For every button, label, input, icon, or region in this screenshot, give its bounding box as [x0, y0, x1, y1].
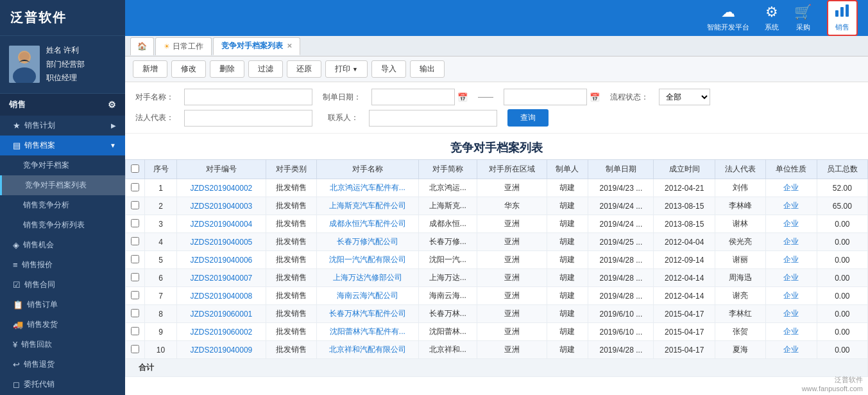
sidebar-item-sales-contract[interactable]: ☑ 销售合同: [0, 275, 125, 295]
sidebar-item-sales-compete-analysis[interactable]: 销售竞争分析: [0, 195, 125, 215]
row-name[interactable]: 成都永恒汽车配件公司: [317, 215, 419, 233]
row-checkbox[interactable]: [131, 201, 139, 209]
add-button[interactable]: 新增: [133, 60, 167, 78]
row-nature[interactable]: 企业: [766, 287, 817, 305]
select-all-col[interactable]: [126, 160, 145, 179]
row-code[interactable]: JZDS2019040004: [177, 215, 266, 233]
row-checkbox[interactable]: [131, 237, 139, 245]
row-checkbox[interactable]: [131, 219, 139, 227]
data-table-wrap[interactable]: 序号 对手编号 对手类别 对手名称 对手简称 对手所在区域 制单人 制单日期 成…: [125, 159, 868, 395]
table-row[interactable]: 10 JZDS2019040009 批发销售 北京祥和汽配有限公司 北京祥和..…: [126, 341, 868, 359]
sidebar-item-sales-archive[interactable]: ▤ 销售档案 ▼: [0, 136, 125, 155]
print-button[interactable]: 打印 ▼: [325, 60, 368, 78]
sidebar-item-sales-quote[interactable]: ≡ 销售报价: [0, 255, 125, 275]
row-nature[interactable]: 企业: [766, 215, 817, 233]
row-code[interactable]: JZDS2019060001: [177, 305, 266, 323]
row-check[interactable]: [126, 287, 145, 305]
table-row[interactable]: 1 JZDS2019040002 批发销售 北京鸿运汽车配件有... 北京鸿运.…: [126, 179, 868, 197]
restore-button[interactable]: 还原: [287, 60, 321, 78]
row-nature[interactable]: 企业: [766, 179, 817, 197]
row-checkbox[interactable]: [131, 255, 139, 263]
row-nature[interactable]: 企业: [766, 197, 817, 215]
date-from-input[interactable]: [371, 89, 455, 105]
export-button[interactable]: 输出: [410, 60, 445, 78]
table-row[interactable]: 3 JZDS2019040004 批发销售 成都永恒汽车配件公司 成都永恒...…: [126, 215, 868, 233]
sidebar-item-sales-order[interactable]: 📋 销售订单: [0, 295, 125, 315]
row-nature[interactable]: 企业: [766, 269, 817, 287]
row-checkbox[interactable]: [131, 345, 139, 353]
row-code[interactable]: JZDS2019040009: [177, 341, 266, 359]
table-row[interactable]: 8 JZDS2019060001 批发销售 长春万林汽车配件公司 长春万林...…: [126, 305, 868, 323]
row-check[interactable]: [126, 251, 145, 269]
date-to-input[interactable]: [504, 89, 587, 105]
row-name[interactable]: 北京祥和汽配有限公司: [317, 341, 419, 359]
row-code[interactable]: JZDS2019040007: [177, 269, 266, 287]
row-name[interactable]: 沈阳一汽汽配有限公司: [317, 251, 419, 269]
row-code[interactable]: JZDS2019040002: [177, 179, 266, 197]
row-check[interactable]: [126, 341, 145, 359]
sidebar-item-consignment[interactable]: ◻ 委托代销: [0, 374, 125, 394]
row-code[interactable]: JZDS2019040005: [177, 233, 266, 251]
row-code[interactable]: JZDS2019040003: [177, 197, 266, 215]
row-checkbox[interactable]: [131, 309, 139, 317]
row-check[interactable]: [126, 179, 145, 197]
row-name[interactable]: 北京鸿运汽车配件有...: [317, 179, 419, 197]
select-all-checkbox[interactable]: [131, 164, 139, 173]
topbar-ai-platform[interactable]: ☁ 智能开发平台: [707, 4, 749, 32]
row-check[interactable]: [126, 233, 145, 251]
row-name[interactable]: 长春万林汽车配件公司: [317, 305, 419, 323]
row-name[interactable]: 沈阳蕾林汽车配件有...: [317, 323, 419, 341]
row-checkbox[interactable]: [131, 291, 139, 299]
table-row[interactable]: 7 JZDS2019040008 批发销售 海南云海汽配公司 海南云海... 亚…: [126, 287, 868, 305]
row-nature[interactable]: 企业: [766, 233, 817, 251]
legal-input[interactable]: [184, 110, 312, 127]
sidebar-item-sales-plan[interactable]: ★ 销售计划 ▶: [0, 116, 125, 136]
gear-icon[interactable]: ⚙: [108, 100, 116, 110]
row-checkbox[interactable]: [131, 183, 139, 191]
row-check[interactable]: [126, 215, 145, 233]
table-row[interactable]: 2 JZDS2019040003 批发销售 上海斯克汽车配件公司 上海斯克...…: [126, 197, 868, 215]
contact-input[interactable]: [369, 110, 497, 127]
row-name[interactable]: 上海万达汽修部公司: [317, 269, 419, 287]
tab-competitor-list[interactable]: 竞争对手档案列表 ✕: [213, 37, 300, 55]
topbar-sales[interactable]: 销售: [827, 0, 858, 36]
row-name[interactable]: 长春万修汽配公司: [317, 233, 419, 251]
sidebar-item-sales-return-funds[interactable]: ¥ 销售回款: [0, 335, 125, 355]
row-check[interactable]: [126, 323, 145, 341]
row-nature[interactable]: 企业: [766, 323, 817, 341]
row-nature[interactable]: 企业: [766, 251, 817, 269]
sidebar-item-sales-delivery[interactable]: 🚚 销售发货: [0, 315, 125, 335]
row-check[interactable]: [126, 305, 145, 323]
edit-button[interactable]: 修改: [171, 60, 206, 78]
close-icon[interactable]: ✕: [287, 42, 292, 49]
row-nature[interactable]: 企业: [766, 305, 817, 323]
sidebar-item-sales-compete-analysis-list[interactable]: 销售竞争分析列表: [0, 215, 125, 235]
delete-button[interactable]: 删除: [210, 60, 244, 78]
row-nature[interactable]: 企业: [766, 341, 817, 359]
row-name[interactable]: 上海斯克汽车配件公司: [317, 197, 419, 215]
topbar-purchase[interactable]: 🛒 采购: [794, 4, 812, 32]
row-check[interactable]: [126, 197, 145, 215]
row-checkbox[interactable]: [131, 273, 139, 281]
filter-button[interactable]: 过滤: [248, 60, 283, 78]
topbar-system[interactable]: ⚙ 系统: [765, 4, 779, 32]
row-code[interactable]: JZDS2019040006: [177, 251, 266, 269]
import-button[interactable]: 导入: [371, 60, 406, 78]
sidebar-item-competitor-list[interactable]: 竞争对手档案列表: [0, 175, 125, 195]
opponent-name-input[interactable]: [184, 89, 312, 105]
flow-status-select[interactable]: 全部 未提交 审批中 已审批: [659, 89, 710, 105]
table-row[interactable]: 4 JZDS2019040005 批发销售 长春万修汽配公司 长春万修... 亚…: [126, 233, 868, 251]
table-row[interactable]: 5 JZDS2019040006 批发销售 沈阳一汽汽配有限公司 沈阳一汽...…: [126, 251, 868, 269]
row-checkbox[interactable]: [131, 327, 139, 335]
table-row[interactable]: 9 JZDS2019060002 批发销售 沈阳蕾林汽车配件有... 沈阳蕾林.…: [126, 323, 868, 341]
query-button[interactable]: 查询: [507, 109, 549, 127]
row-code[interactable]: JZDS2019060002: [177, 323, 266, 341]
row-code[interactable]: JZDS2019040008: [177, 287, 266, 305]
sidebar-item-sales-return[interactable]: ↩ 销售退货: [0, 355, 125, 374]
row-check[interactable]: [126, 269, 145, 287]
tab-daily-work[interactable]: ☀ 日常工作: [155, 37, 212, 55]
sidebar-item-competitor-archive[interactable]: 竞争对手档案: [0, 155, 125, 175]
tab-home[interactable]: 🏠: [130, 37, 154, 55]
table-row[interactable]: 6 JZDS2019040007 批发销售 上海万达汽修部公司 上海万达... …: [126, 269, 868, 287]
sidebar-item-sales-opportunity[interactable]: ◈ 销售机会: [0, 235, 125, 255]
